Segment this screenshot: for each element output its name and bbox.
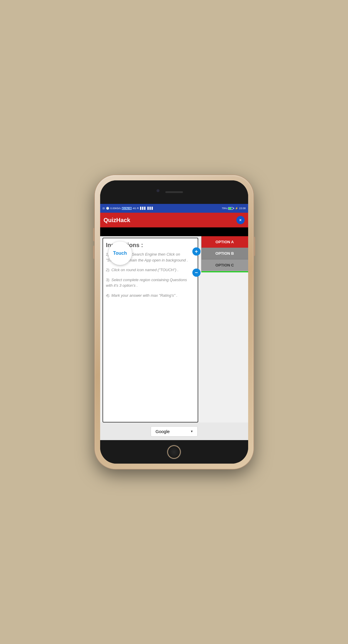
network-gen: 4G R — [133, 207, 139, 210]
options-panel: OPTION A OPTION B OPTION C — [201, 236, 248, 272]
earpiece-speaker — [165, 191, 183, 193]
battery-tip — [233, 208, 234, 209]
zoom-out-button[interactable]: − — [192, 269, 201, 277]
search-engine-value: Google — [156, 429, 170, 434]
battery-icon — [228, 207, 234, 210]
status-right: 79% ⚡ 15:08 — [222, 207, 246, 210]
battery-body — [228, 207, 233, 210]
screen: ⊟ 🕐 0.00Kb/s VOLTE1 4G R ▋▋▋ ▋▋▋ 79% — [100, 204, 248, 440]
status-bar: ⊟ 🕐 0.00Kb/s VOLTE1 4G R ▋▋▋ ▋▋▋ 79% — [100, 204, 248, 213]
time-display: 15:08 — [239, 207, 246, 210]
phone-frame: ⊟ 🕐 0.00Kb/s VOLTE1 4G R ▋▋▋ ▋▋▋ 79% — [95, 175, 253, 469]
option-b[interactable]: OPTION B — [201, 248, 248, 259]
instructions-box: Instructions : 1). Select Your Search En… — [102, 238, 198, 422]
volte-badge: VOLTE1 — [122, 207, 132, 210]
instruction-step-3: 3). Select complete region containing Qu… — [106, 277, 195, 289]
bottom-bezel — [100, 440, 248, 464]
status-left: ⊟ 🕐 0.00Kb/s VOLTE1 4G R ▋▋▋ ▋▋▋ — [102, 207, 154, 210]
black-bar — [100, 227, 248, 236]
content-row: Touch + − OPTION A OPTION B OPTION C — [100, 236, 248, 422]
app-header: QuizHack × — [100, 213, 248, 227]
volume-down-button[interactable] — [93, 246, 95, 259]
zoom-in-button[interactable]: + — [192, 247, 201, 256]
touch-button[interactable]: Touch — [108, 242, 132, 265]
bottom-area: Google ▾ — [100, 422, 248, 440]
battery-fill — [228, 208, 232, 209]
battery-percent: 79% — [222, 207, 227, 210]
signal-bars-2: ▋▋▋ — [147, 207, 154, 210]
option-c[interactable]: OPTION C — [201, 259, 248, 271]
instruction-step-4: 4). Mark your answer with max "Rating's"… — [106, 293, 195, 298]
charging-icon: ⚡ — [235, 207, 238, 210]
screen-cast-icon: ⊟ — [102, 207, 105, 210]
content-area: Touch + − OPTION A OPTION B OPTION C — [100, 236, 248, 440]
phone-inner: ⊟ 🕐 0.00Kb/s VOLTE1 4G R ▋▋▋ ▋▋▋ 79% — [100, 180, 248, 464]
volume-up-button[interactable] — [93, 228, 95, 241]
touch-label: Touch — [113, 251, 127, 256]
instruction-step-2: 2). Click on round icon named ("TOUCH") … — [106, 267, 195, 273]
close-button[interactable]: × — [236, 216, 245, 224]
top-bezel — [100, 180, 248, 204]
app-title: QuizHack — [104, 217, 130, 224]
home-button[interactable] — [167, 445, 181, 459]
option-a[interactable]: OPTION A — [201, 236, 248, 248]
power-button[interactable] — [253, 237, 255, 256]
option-c-underline — [201, 271, 248, 272]
front-camera — [157, 189, 159, 192]
network-speed: 0.00Kb/s — [110, 207, 121, 210]
clock-icon: 🕐 — [106, 207, 109, 210]
search-engine-dropdown[interactable]: Google ▾ — [151, 426, 198, 437]
signal-bars-1: ▋▋▋ — [140, 207, 146, 210]
dropdown-arrow-icon: ▾ — [191, 429, 193, 433]
